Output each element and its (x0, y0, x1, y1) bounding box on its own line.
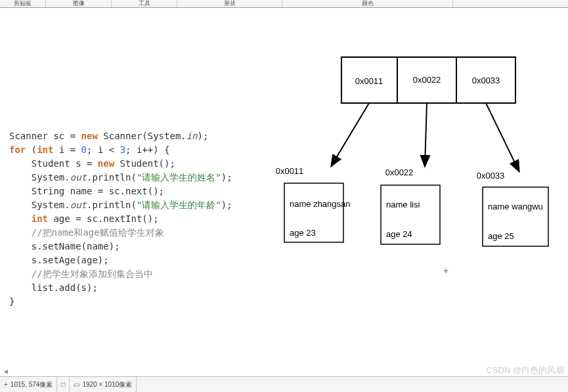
svg-text:0x0022: 0x0022 (413, 75, 441, 85)
svg-text:age   24: age 24 (386, 229, 412, 239)
status-coords: + 1015, 574像素 (0, 377, 57, 392)
svg-line-7 (332, 103, 369, 165)
svg-text:age 25: age 25 (488, 231, 514, 241)
status-selection: □ (57, 377, 70, 392)
tab-clipboard[interactable]: 剪贴板 (0, 0, 46, 7)
status-bar: + 1015, 574像素 □ ▭ 1920 × 1010像素 (0, 376, 568, 392)
scroll-left-icon[interactable]: ◄ (3, 368, 9, 375)
code-snippet: Scanner sc = new Scanner(System.in); for… (0, 8, 232, 376)
tab-colors[interactable]: 颜色 (282, 0, 453, 7)
tab-tools[interactable]: 工具 (112, 0, 177, 7)
svg-text:0x0022: 0x0022 (385, 167, 414, 177)
svg-text:0x0011: 0x0011 (276, 166, 304, 176)
canvas-content: Scanner sc = new Scanner(System.in); for… (0, 8, 568, 376)
status-dimensions: ▭ 1920 × 1010像素 (70, 377, 137, 392)
dimensions-icon: ▭ (74, 381, 79, 388)
svg-text:0x0033: 0x0033 (472, 76, 500, 85)
svg-line-8 (425, 103, 427, 165)
memory-diagram: 0x0011 0x0022 0x0033 0x0011 0x0022 0x003… (259, 47, 561, 284)
watermark-text: CSDN @白色的风扇 (486, 364, 564, 376)
svg-text:0x0033: 0x0033 (477, 171, 505, 181)
svg-text:0x0011: 0x0011 (355, 76, 383, 86)
tab-shapes[interactable]: 形状 (177, 0, 282, 7)
crosshair-icon: + (4, 381, 8, 388)
svg-text:age 23: age 23 (290, 228, 316, 238)
svg-text:name lisi: name lisi (386, 200, 420, 209)
cursor-crosshair-icon: + (443, 265, 448, 276)
top-toolbar: 剪贴板 图像 工具 形状 颜色 (0, 0, 568, 8)
svg-text:name zhangsan: name zhangsan (290, 199, 351, 209)
svg-line-9 (486, 103, 519, 171)
tab-image[interactable]: 图像 (46, 0, 112, 7)
svg-text:name wangwu: name wangwu (488, 202, 543, 211)
selection-icon: □ (61, 381, 65, 388)
